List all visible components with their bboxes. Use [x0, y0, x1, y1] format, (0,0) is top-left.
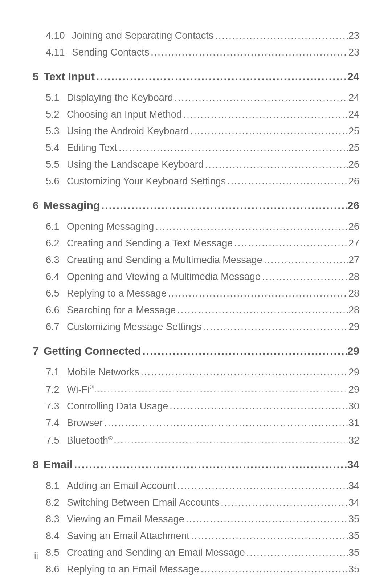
- toc-leader-dots: ........................................…: [141, 346, 347, 356]
- toc-sub-number: 8.3: [46, 514, 67, 524]
- toc-sub-number: 7.4: [46, 418, 67, 428]
- toc-sub-entry: 6.3Creating and Sending a Multimedia Mes…: [33, 255, 359, 265]
- toc-sub-number: 5.3: [46, 126, 67, 136]
- toc-sub-number: 7.2: [46, 385, 67, 395]
- toc-leader-dots: ........................................…: [189, 126, 348, 136]
- toc-sub-page: 29: [348, 385, 359, 395]
- toc-leader-dots: ........................................…: [262, 255, 348, 265]
- toc-sub-entry: 6.6Searching for a Message..............…: [33, 305, 359, 315]
- toc-sub-title: Bluetooth®: [67, 435, 113, 445]
- toc-sub-page: 29: [348, 322, 359, 332]
- toc-sub-block: 8.1Adding an Email Account..............…: [33, 481, 359, 574]
- toc-leader-dots: ........................................…: [201, 322, 348, 332]
- toc-sub-entry: 7.2Wi-Fi®...............................…: [33, 384, 359, 395]
- toc-chapter-number: 6: [33, 200, 44, 211]
- toc-sub-title: Choosing an Input Method: [67, 110, 182, 119]
- toc-chapter-page: 26: [347, 200, 359, 211]
- toc-sub-number: 5.2: [46, 110, 67, 119]
- toc-sub-number: 6.4: [46, 272, 67, 282]
- toc-chapter-entry: 6Messaging..............................…: [33, 200, 359, 211]
- toc-sub-page: 25: [348, 126, 359, 136]
- toc-sub-page: 35: [348, 531, 359, 541]
- toc-sub-number: 5.6: [46, 176, 67, 186]
- toc-sub-block: 7.1Mobile Networks......................…: [33, 367, 359, 445]
- toc-sub-title: Controlling Data Usage: [67, 401, 168, 411]
- toc-leader-dots: ........................................…: [176, 305, 348, 315]
- toc-leader-dots: ........................................…: [176, 481, 348, 491]
- toc-leader-dots: ........................................…: [117, 143, 348, 153]
- toc-sub-page: 26: [348, 160, 359, 170]
- toc-sub-number: 5.1: [46, 93, 67, 103]
- toc-sub-number: 8.2: [46, 498, 67, 507]
- toc-leader-dots: ........................................…: [168, 401, 348, 411]
- toc-chapter-page: 24: [347, 71, 359, 82]
- toc-sub-entry: 8.1Adding an Email Account..............…: [33, 481, 359, 491]
- toc-sub-page: 31: [348, 418, 359, 428]
- toc-sub-number: 5.5: [46, 160, 67, 170]
- toc-sub-number: 6.3: [46, 255, 67, 265]
- toc-chapter-title: Email: [44, 459, 73, 470]
- toc-sub-entry: 6.5Replying to a Message................…: [33, 289, 359, 298]
- toc-chapter-entry: 8Email..................................…: [33, 459, 359, 470]
- toc-leader-dots: ........................................…: [204, 160, 348, 170]
- toc-sub-entry: 5.4Editing Text.........................…: [33, 143, 359, 153]
- toc-sub-number: 8.6: [46, 564, 67, 574]
- toc-sub-page: 23: [348, 48, 359, 57]
- toc-sub-entry: 5.1Displaying the Keyboard..............…: [33, 93, 359, 103]
- toc-sub-title: Mobile Networks: [67, 367, 139, 377]
- toc-leader-dots: ........................................…: [182, 110, 348, 119]
- toc-sub-number: 7.3: [46, 401, 67, 411]
- toc-sub-number: 4.10: [46, 31, 72, 41]
- toc-sub-title: Saving an Email Attachment: [67, 531, 189, 541]
- toc-sub-page: 23: [348, 31, 359, 41]
- toc-sub-entry: 7.3Controlling Data Usage...............…: [33, 401, 359, 411]
- toc-sub-title: Opening Messaging: [67, 222, 154, 232]
- toc-leader-dots: ........................................…: [233, 239, 348, 248]
- toc-leader-dots: ........................................…: [189, 531, 348, 541]
- toc-sub-block: 5.1Displaying the Keyboard..............…: [33, 93, 359, 186]
- toc-sub-title: Customizing Your Keyboard Settings: [67, 176, 226, 186]
- toc-leader-dots: ........................................…: [103, 418, 348, 428]
- toc-sub-number: 8.1: [46, 481, 67, 491]
- toc-sub-page: 28: [348, 272, 359, 282]
- toc-sub-page: 25: [348, 143, 359, 153]
- toc-sub-title: Creating and Sending an Email Message: [67, 548, 245, 558]
- toc-sub-number: 5.4: [46, 143, 67, 153]
- toc-sub-title: Displaying the Keyboard: [67, 93, 173, 103]
- toc-sub-entry: 5.6Customizing Your Keyboard Settings...…: [33, 176, 359, 186]
- toc-sub-title: Customizing Message Settings: [67, 322, 201, 332]
- toc-leader-dots: ........................................…: [167, 289, 348, 298]
- toc-chapter-number: 7: [33, 346, 44, 356]
- toc-leader-dots: ........................................…: [219, 498, 348, 507]
- toc-sub-page: 28: [348, 289, 359, 298]
- toc-sub-number: 6.7: [46, 322, 67, 332]
- toc-sub-page: 32: [348, 436, 359, 445]
- toc-chapter-entry: 5Text Input.............................…: [33, 71, 359, 82]
- toc-page: 4.10Joining and Separating Contacts.....…: [0, 0, 392, 587]
- toc-leader-dots: ........................................…: [73, 459, 347, 470]
- toc-sub-title: Editing Text: [67, 143, 117, 153]
- toc-sub-entry: 8.5Creating and Sending an Email Message…: [33, 548, 359, 558]
- toc-sub-page: 28: [348, 305, 359, 315]
- toc-sub-entry: 8.3Viewing an Email Message.............…: [33, 514, 359, 524]
- toc-leader-dots: ........................................…: [149, 48, 348, 57]
- toc-sub-title: Replying to a Message: [67, 289, 167, 298]
- toc-sub-number: 7.5: [46, 436, 67, 445]
- toc-sub-page: 34: [348, 498, 359, 507]
- toc-sub-title: Replying to an Email Message: [67, 564, 199, 574]
- toc-sub-entry: 6.2Creating and Sending a Text Message..…: [33, 239, 359, 248]
- toc-leader-dots: ........................................…: [226, 176, 348, 186]
- toc-chapter-title: Getting Connected: [44, 346, 141, 356]
- toc-sub-entry: 6.1Opening Messaging....................…: [33, 222, 359, 232]
- toc-chapter-number: 8: [33, 459, 44, 470]
- toc-leader-dots: ........................................…: [100, 200, 347, 211]
- chapters-block: 5Text Input.............................…: [33, 71, 359, 574]
- toc-sub-title: Searching for a Message: [67, 305, 176, 315]
- toc-leader-dots: ........................................…: [113, 439, 348, 444]
- toc-sub-title: Wi-Fi®: [67, 384, 94, 395]
- toc-sub-page: 29: [348, 367, 359, 377]
- toc-sub-entry: 6.7Customizing Message Settings.........…: [33, 322, 359, 332]
- toc-sub-title: Switching Between Email Accounts: [67, 498, 219, 507]
- toc-sub-title: Adding an Email Account: [67, 481, 176, 491]
- toc-leader-dots: ........................................…: [184, 514, 348, 524]
